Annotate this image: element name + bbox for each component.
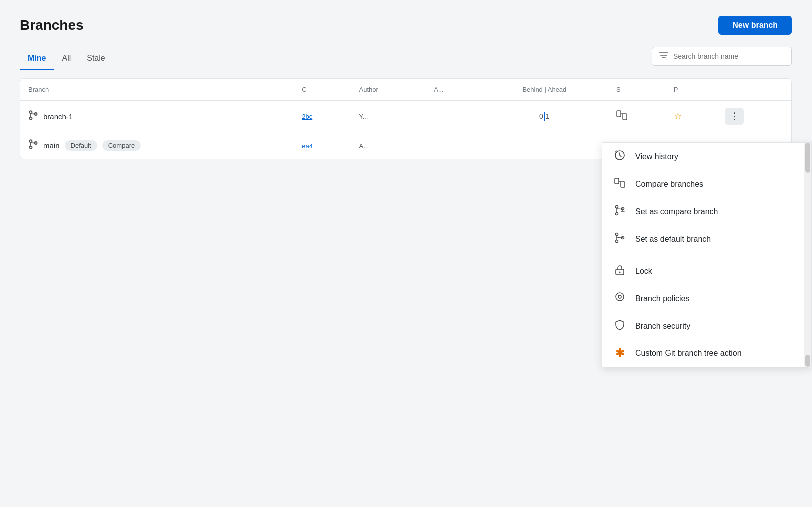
behind-ahead-cell: 0 1 — [481, 101, 608, 132]
lock-icon — [614, 264, 626, 278]
dropdown-item-branch-security[interactable]: Branch security — [602, 312, 812, 340]
commit-link[interactable]: ea4 — [302, 142, 313, 150]
dropdown-item-set-compare[interactable]: Set as compare branch — [602, 198, 812, 226]
svg-point-19 — [616, 213, 618, 216]
branch-name-cell: branch-1 — [20, 101, 294, 132]
table-row: branch-1 2bc Y... 0 1 — [20, 101, 792, 132]
svg-point-18 — [616, 206, 618, 208]
behind-ahead-cell — [481, 132, 608, 160]
tabs-row: Mine All Stale — [20, 47, 792, 70]
tab-mine[interactable]: Mine — [20, 49, 54, 70]
dropdown-divider — [602, 255, 812, 256]
branch-name: main — [44, 142, 60, 150]
star-icon[interactable]: ☆ — [674, 112, 682, 122]
svg-point-10 — [30, 140, 32, 142]
svg-point-29 — [618, 296, 622, 298]
tab-all[interactable]: All — [54, 49, 79, 70]
commit-link[interactable]: 2bc — [302, 113, 312, 120]
more-cell: ⋮ — [717, 101, 792, 132]
dropdown-item-set-default[interactable]: Set as default branch — [602, 226, 812, 253]
search-box — [652, 47, 792, 66]
policies-icon — [614, 292, 626, 306]
col-p: P — [666, 79, 717, 101]
svg-point-4 — [30, 117, 32, 120]
col-author: Author — [352, 79, 426, 101]
new-branch-button[interactable]: New branch — [718, 16, 792, 35]
age-cell — [426, 132, 481, 160]
set-compare-label: Set as compare branch — [636, 208, 718, 216]
svg-point-3 — [30, 111, 32, 114]
author-cell: Y... — [352, 101, 426, 132]
scrollbar-thumb-top[interactable] — [806, 143, 810, 173]
branch-name-cell: main Default Compare — [20, 132, 294, 160]
default-badge: Default — [65, 140, 98, 151]
dropdown-item-branch-policies[interactable]: Branch policies — [602, 285, 812, 312]
branch-policies-label: Branch policies — [636, 294, 690, 304]
history-icon — [614, 150, 626, 164]
set-default-label: Set as default branch — [636, 235, 711, 244]
behind-num: 0 — [532, 112, 544, 120]
col-a: A... — [426, 79, 481, 101]
dropdown-item-compare-branches[interactable]: Compare branches — [602, 170, 812, 198]
col-c: C — [294, 79, 351, 101]
compare-branches-label: Compare branches — [636, 180, 704, 189]
col-branch: Branch — [20, 79, 294, 101]
tab-stale[interactable]: Stale — [79, 49, 113, 70]
svg-rect-8 — [623, 114, 627, 120]
col-actions — [717, 79, 792, 101]
author-text: A... — [360, 142, 370, 150]
security-icon — [614, 320, 626, 333]
dropdown-menu: View history Compare branches — [602, 142, 812, 368]
compare-cell — [608, 101, 666, 132]
compare-icon[interactable] — [616, 112, 628, 122]
header-row: Branches New branch — [20, 16, 792, 35]
compare-badge: Compare — [102, 140, 141, 151]
svg-rect-16 — [621, 182, 625, 188]
svg-point-22 — [616, 234, 618, 236]
col-s: S — [608, 79, 666, 101]
age-cell — [426, 101, 481, 132]
behind-ahead-divider — [544, 112, 545, 121]
author-text: Y... — [360, 113, 368, 120]
svg-point-27 — [620, 272, 621, 274]
view-history-label: View history — [636, 152, 678, 162]
ahead-num: 1 — [546, 112, 558, 120]
author-cell: A... — [352, 132, 426, 160]
svg-point-23 — [616, 240, 618, 243]
dropdown-item-view-history[interactable]: View history — [602, 143, 812, 170]
branch-name: branch-1 — [44, 112, 73, 121]
search-input[interactable] — [674, 52, 774, 60]
dropdown-item-lock[interactable]: Lock — [602, 258, 812, 285]
svg-rect-7 — [617, 111, 621, 117]
svg-point-11 — [30, 146, 32, 149]
branch-security-label: Branch security — [636, 322, 690, 331]
svg-rect-15 — [615, 178, 619, 184]
filter-icon — [660, 52, 668, 62]
compare-branches-icon — [614, 178, 626, 191]
set-default-icon — [614, 232, 626, 246]
dropdown-item-custom-action[interactable]: ✱ Custom Git branch tree action — [602, 340, 812, 367]
custom-action-label: Custom Git branch tree action — [636, 349, 742, 358]
scrollbar-thumb-bottom[interactable] — [806, 355, 810, 367]
page-title: Branches — [20, 18, 84, 34]
more-button[interactable]: ⋮ — [725, 108, 744, 125]
commit-cell: 2bc — [294, 101, 351, 132]
tabs: Mine All Stale — [20, 49, 114, 70]
custom-action-icon: ✱ — [614, 347, 626, 360]
lock-label: Lock — [636, 267, 652, 276]
star-cell: ☆ — [666, 101, 717, 132]
col-behind-ahead: Behind | Ahead — [481, 79, 608, 101]
main-content: Branches New branch Mine All Stale — [0, 0, 812, 160]
svg-point-28 — [616, 293, 624, 301]
git-branch-icon — [28, 110, 38, 123]
git-branch-icon — [28, 140, 38, 152]
commit-cell: ea4 — [294, 132, 351, 160]
scrollbar-track[interactable] — [804, 143, 812, 367]
set-compare-icon — [614, 205, 626, 218]
